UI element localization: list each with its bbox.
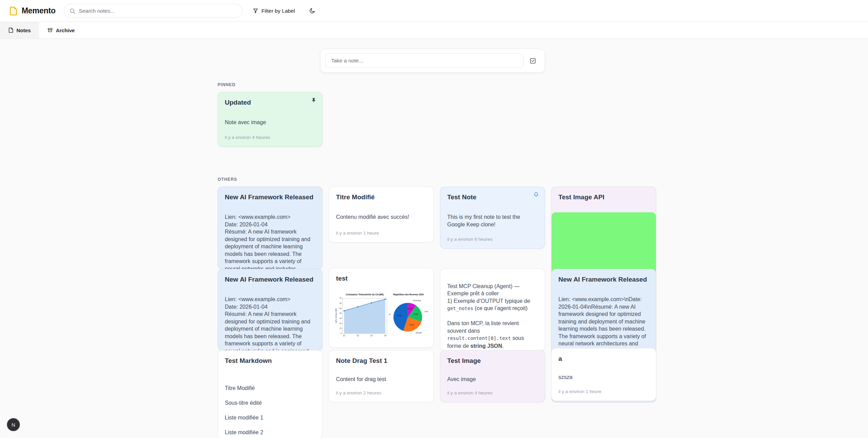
note-timestamp: il y a environ 4 heures [225,135,315,140]
note-title: a [558,355,649,363]
tab-notes-label: Notes [16,27,31,33]
note-title: New AI Framework Released [225,193,315,201]
tab-archive-label: Archive [56,27,75,33]
note-card-updated[interactable]: Updated Note avec image il y a environ 4… [218,92,323,147]
checkbox-icon [529,57,536,64]
funnel-icon [253,8,258,14]
note-card-test-charts[interactable]: test Croissance Trimestrielle du CA (M€)… [329,268,434,348]
others-section-label: OTHERS [218,177,237,182]
note-content: Lien: <www.example.com> Date: 2026-01-04… [225,213,315,269]
svg-text:Répartition des Revenus 2024: Répartition des Revenus 2024 [393,293,424,296]
tab-notes[interactable]: Notes [0,22,39,38]
note-card-new-ai-framework-1[interactable]: New AI Framework Released Lien: <www.exa… [218,187,323,269]
note-card-a[interactable]: a szsza il y a environ 1 heure [551,348,656,401]
note-composer [320,49,545,73]
svg-text:Consulting: Consulting [413,300,421,301]
svg-text:30: 30 [339,318,342,319]
take-a-note-input[interactable] [325,54,523,68]
svg-text:Q2: Q2 [357,335,359,336]
note-timestamp: il y a environ 6 heures [447,237,538,242]
svg-text:45.0%: 45.0% [397,315,402,317]
note-content: Contenu modifié avec succès! [336,213,427,221]
note-content: Test MCP Cleanup (Agent) — Exemple prêt … [447,275,538,351]
note-file-icon [8,27,13,33]
note-timestamp: il y a environ 1 heure [336,230,427,236]
search-input[interactable] [79,8,237,14]
pinned-section-label: PINNED [218,82,235,87]
note-card-note-drag-test[interactable]: Note Drag Test 1 Content for drag test i… [329,350,434,402]
dark-mode-toggle[interactable] [305,4,319,18]
md-line-1: Titre Modifié [225,384,315,392]
reminder-button[interactable] [532,191,540,199]
note-title: New AI Framework Released [558,275,649,283]
note-title: New AI Framework Released [225,275,315,283]
app-title: Memento [22,6,56,15]
note-timestamp: il y a environ 4 heures [447,390,538,396]
note-content: szsza [558,374,649,381]
svg-text:0: 0 [340,333,342,334]
svg-text:50: 50 [339,308,342,309]
note-title: Test Markdown [225,357,315,365]
app-header: Memento Filter by Label [0,0,868,22]
svg-text:20.0%: 20.0% [414,313,418,315]
note-card-test-image[interactable]: Test Image Avec image il y a environ 4 h… [440,350,545,402]
svg-text:25.0%: 25.0% [409,324,414,326]
tab-bar: Notes Archive [0,22,868,39]
note-card-titre-modifie[interactable]: Titre Modifié Contenu modifié avec succè… [329,187,434,242]
note-title: test [336,274,427,282]
note-title: Titre Modifié [336,193,427,201]
svg-text:10: 10 [339,328,342,329]
line-chart-image: Croissance Trimestrielle du CA (M€)Chiff… [334,291,389,341]
svg-text:Licenses: Licenses [425,311,428,312]
search-icon [69,8,76,14]
tab-archive[interactable]: Archive [39,22,83,38]
svg-text:20: 20 [339,323,342,324]
avatar-initial: N [12,422,15,428]
pin-button[interactable] [310,96,317,104]
note-timestamp: il y a environ 2 heures [336,390,427,396]
bell-icon [533,192,539,198]
archive-box-icon [47,27,53,33]
note-title: Updated [225,98,315,106]
svg-text:10.0%: 10.0% [408,308,413,310]
note-content: Titre Modifié Sous-titre édité Liste mod… [225,377,315,438]
pie-chart-image: Répartition des Revenus 202410.0%Consult… [389,291,428,341]
svg-text:70: 70 [339,297,342,299]
mcp-line-1: Test MCP Cleanup (Agent) — Exemple prêt … [447,283,519,297]
mcp-line-3: Dans ton MCP, la liste revient souvent d… [447,320,538,350]
search-bar [64,4,242,18]
note-card-test-markdown[interactable]: Test Markdown Titre Modifié Sous-titre é… [218,350,323,438]
note-card-new-ai-framework-2[interactable]: New AI Framework Released Lien: <www.exa… [218,269,323,351]
svg-text:Produits: Produits [389,313,391,315]
svg-text:Chiffre d'affaires (M€): Chiffre d'affaires (M€) [335,308,337,323]
filter-by-label-button[interactable]: Filter by Label [248,4,299,18]
note-title: Test Image [447,357,538,365]
note-content: Content for drag test [336,376,427,383]
svg-text:60: 60 [339,303,342,304]
note-content: Lien: <www.example.com> Date: 2026-01-04… [225,296,315,351]
mcp-line-2: 1) Exemple d’OUTPUT typique de get_notes… [447,297,538,312]
note-card-test-mcp-cleanup[interactable]: Test MCP Cleanup (Agent) — Exemple prêt … [440,269,545,351]
md-line-2: Sous-titre édité [225,399,315,407]
pushpin-icon [311,97,316,103]
app-logo-icon [9,7,18,15]
moon-icon [309,8,315,14]
svg-text:Croissance Trimestrielle du CA: Croissance Trimestrielle du CA (M€) [346,293,383,296]
svg-text:Q3: Q3 [370,335,373,336]
note-content: Avec image [447,376,538,383]
svg-text:Q4: Q4 [384,335,386,336]
note-content: This is my first note to test the Google… [447,213,538,228]
filter-by-label-text: Filter by Label [262,8,295,14]
md-line-3: Liste modifiée 1 [225,414,315,422]
note-title: Test Image API [558,193,649,201]
svg-text:Q1: Q1 [343,335,345,336]
note-timestamp: il y a environ 1 heure [558,389,649,394]
note-card-test-note[interactable]: Test Note This is my first note to test … [440,187,545,249]
note-title: Test Note [447,193,538,201]
user-avatar[interactable]: N [7,418,20,431]
svg-text:40: 40 [339,312,342,314]
md-line-4: Liste modifiée 2 [225,429,315,436]
note-content: Note avec image [225,119,315,126]
svg-text:Services: Services [416,332,422,334]
new-checklist-button[interactable] [525,54,540,68]
